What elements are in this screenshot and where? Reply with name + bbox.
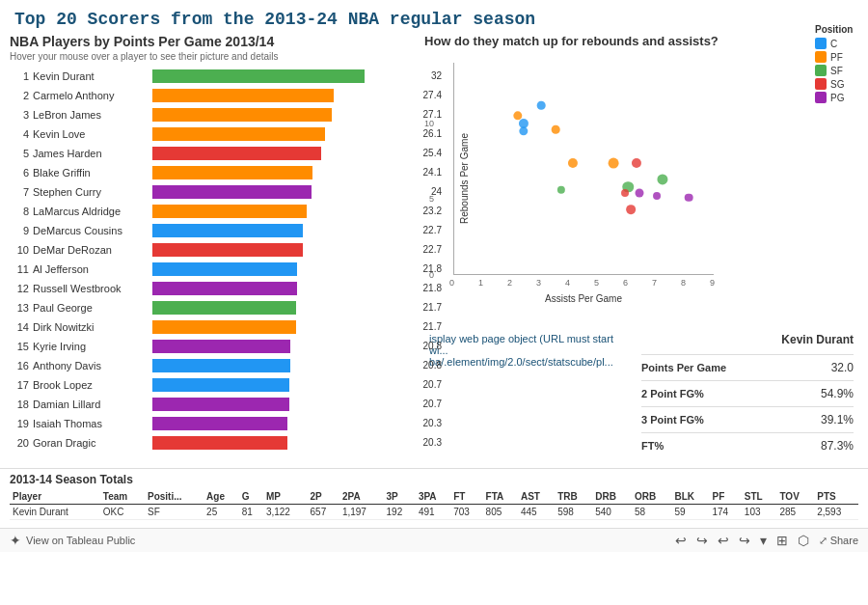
scatter-dot[interactable]	[552, 125, 560, 134]
bar-row[interactable]: 15 Kyrie Irving 20.8	[10, 338, 415, 355]
redo-icon[interactable]: ↪	[696, 533, 708, 548]
legend-color	[815, 78, 827, 90]
x-tick: 9	[710, 278, 715, 288]
scatter-dot[interactable]	[557, 186, 565, 194]
undo-icon[interactable]: ↩	[675, 533, 687, 548]
scatter-dot[interactable]	[653, 192, 661, 200]
bar-row[interactable]: 2 Carmelo Anthony 27.4	[10, 87, 415, 104]
bar	[152, 359, 290, 372]
bar-row[interactable]: 1 Kevin Durant 32	[10, 68, 415, 85]
share-button[interactable]: ⤢ Share	[819, 535, 858, 547]
table-row[interactable]: Kevin DurantOKCSF25813,1226571,197192491…	[10, 505, 858, 520]
right-panel: How do they match up for rebounds and as…	[415, 34, 858, 463]
table-cell: 540	[592, 505, 632, 520]
bar	[152, 436, 287, 450]
bar-row[interactable]: 17 Brook Lopez 20.7	[10, 376, 415, 394]
bar-container: 26.1	[152, 127, 415, 141]
bar-name: Isaiah Thomas	[33, 418, 149, 429]
stat-label: FT%	[641, 440, 738, 452]
tableau-link[interactable]: View on Tableau Public	[26, 535, 135, 546]
bar-row[interactable]: 14 Dirk Nowitzki 21.7	[10, 318, 415, 336]
bar-rank: 10	[10, 244, 29, 256]
table-cell: 103	[742, 505, 777, 520]
bar-name: Brook Lopez	[33, 379, 149, 391]
left-section-subtitle: Hover your mouse over a player to see th…	[10, 51, 415, 62]
stats-table: PlayerTeamPositi...AgeGMP2P2PA3P3PAFTFTA…	[10, 489, 858, 520]
bar-row[interactable]: 18 Damian Lillard 20.7	[10, 396, 415, 413]
footer-left[interactable]: ✦ View on Tableau Public	[10, 533, 135, 548]
fullscreen-icon[interactable]: ⬡	[798, 533, 809, 548]
table-header: STL	[742, 489, 777, 505]
stat-label: 3 Point FG%	[641, 414, 738, 426]
bar-rank: 14	[10, 321, 29, 333]
bar-rank: 18	[10, 399, 29, 410]
bar-row[interactable]: 12 Russell Westbrook 21.8	[10, 280, 415, 297]
bar-container: 24	[152, 185, 415, 199]
legend-color	[815, 65, 827, 76]
scatter-dot[interactable]	[519, 119, 529, 128]
table-cell: 657	[308, 505, 339, 520]
table-header: ORB	[632, 489, 672, 505]
bar-row[interactable]: 19 Isaiah Thomas 20.3	[10, 415, 415, 432]
bar-row[interactable]: 8 LaMarcus Aldridge 23.2	[10, 203, 415, 220]
scatter-dot[interactable]	[657, 174, 667, 184]
bar-name: Al Jefferson	[33, 263, 149, 275]
table-cell: 59	[671, 505, 709, 520]
x-tick: 4	[565, 278, 570, 288]
bar	[152, 147, 321, 160]
bar-row[interactable]: 20 Goran Dragic 20.3	[10, 434, 415, 452]
x-tick: 8	[681, 278, 686, 288]
scatter-dot[interactable]	[609, 157, 619, 168]
bar-row[interactable]: 5 James Harden 25.4	[10, 145, 415, 162]
bar-row[interactable]: 13 Paul George 21.7	[10, 299, 415, 316]
table-cell: 58	[632, 505, 672, 520]
table-header: BLK	[671, 489, 709, 505]
forward-icon[interactable]: ↪	[739, 533, 750, 548]
scatter-dot[interactable]	[537, 101, 546, 110]
bar-name: Damian Lillard	[33, 399, 149, 410]
bar-row[interactable]: 10 DeMar DeRozan 22.7	[10, 241, 415, 259]
bar-name: Kevin Durant	[33, 70, 149, 82]
table-header: Positi...	[145, 489, 203, 505]
bar-container: 24.1	[152, 166, 415, 179]
stat-value: 32.0	[831, 361, 854, 374]
legend-label: SG	[830, 79, 844, 90]
table-cell: 174	[709, 505, 741, 520]
bar-rank: 20	[10, 437, 29, 449]
bar-container: 27.4	[152, 89, 415, 102]
legend-color	[815, 51, 827, 63]
scatter-dot[interactable]	[568, 158, 578, 168]
bar-row[interactable]: 7 Stephen Curry 24	[10, 183, 415, 201]
bar-name: Stephen Curry	[33, 186, 149, 198]
table-cell: 1,197	[339, 505, 384, 520]
bar-row[interactable]: 3 LeBron James 27.1	[10, 106, 415, 124]
bar-name: Dirk Nowitzki	[33, 321, 149, 333]
legend-label: PG	[830, 93, 844, 103]
scatter-dot[interactable]	[636, 189, 644, 198]
bar	[152, 127, 325, 141]
bar-container: 22.7	[152, 224, 415, 237]
back-icon[interactable]: ↩	[718, 533, 729, 548]
bar-value: 20.7	[423, 379, 442, 390]
dropdown-icon[interactable]: ▾	[760, 533, 767, 548]
scatter-dot[interactable]	[632, 158, 641, 168]
bar	[152, 398, 289, 411]
bar-name: Goran Dragic	[33, 437, 149, 449]
bar-container: 20.8	[152, 359, 415, 372]
table-header: Player	[10, 489, 100, 505]
bar-row[interactable]: 11 Al Jefferson 21.8	[10, 261, 415, 278]
scatter-dot[interactable]	[626, 206, 636, 215]
y-tick: 10	[424, 119, 434, 128]
left-section-title: NBA Players by Points Per Game 2013/14	[10, 34, 415, 49]
scatter-dot[interactable]	[621, 189, 629, 197]
table-cell: 192	[384, 505, 416, 520]
grid-icon[interactable]: ⊞	[776, 533, 788, 548]
bar-row[interactable]: 6 Blake Griffin 24.1	[10, 164, 415, 181]
bar-row[interactable]: 4 Kevin Love 26.1	[10, 125, 415, 143]
table-header: MP	[263, 489, 308, 505]
bar	[152, 301, 296, 315]
bar-container: 20.8	[152, 340, 415, 353]
bar-row[interactable]: 9 DeMarcus Cousins 22.7	[10, 222, 415, 239]
scatter-dot[interactable]	[685, 194, 693, 203]
bar-row[interactable]: 16 Anthony Davis 20.8	[10, 357, 415, 374]
